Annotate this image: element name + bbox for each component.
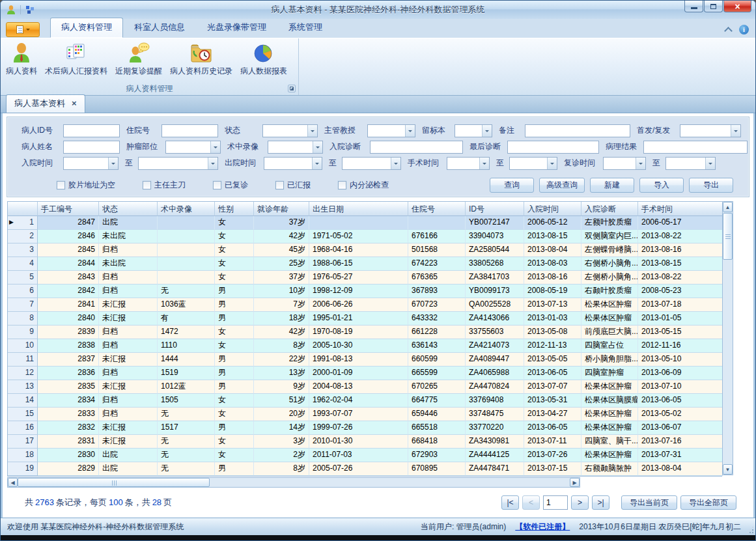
table-row[interactable]: 82840未汇报有男18岁1995-01-21643332ZA414306620…	[8, 312, 722, 326]
new-button[interactable]: 新建	[590, 178, 634, 193]
table-row[interactable]: 52843归档女37岁1976-05-27676365ZA38417032013…	[8, 271, 722, 284]
checkbox-reported[interactable]: 已汇报	[275, 180, 311, 191]
checkbox-film-address-empty[interactable]: 胶片地址为空	[57, 180, 115, 191]
export-all-pages-button[interactable]: 导出全部页	[680, 495, 736, 510]
scroll-down-icon[interactable]: ▼	[723, 464, 733, 475]
postop-report-button[interactable]: 术后病人汇报资料	[41, 40, 111, 83]
column-header[interactable]: 入院时间	[524, 202, 581, 216]
ribbon-tab-disc-video[interactable]: 光盘录像带管理	[196, 18, 277, 38]
professor-combo[interactable]	[367, 124, 415, 137]
admission-time-from-combo[interactable]	[63, 157, 119, 170]
minimize-button[interactable]	[684, 1, 703, 12]
app-logo-person-icon[interactable]	[6, 5, 16, 15]
advanced-query-button[interactable]: 高级查询	[539, 178, 585, 193]
table-row[interactable]: 92839归档1472女42岁1970-08-19661228337556032…	[8, 326, 722, 339]
table-row[interactable]: 32845归档女45岁1968-04-16501568ZA25805442013…	[8, 243, 722, 257]
specimen-combo[interactable]	[455, 124, 492, 137]
scroll-left-icon[interactable]: ◀	[8, 478, 18, 487]
export-button[interactable]: 导出	[689, 178, 733, 193]
patient-data-button[interactable]: 病人资料	[2, 40, 41, 83]
revisit-reminder-button[interactable]: 近期复诊提醒	[111, 40, 166, 83]
vertical-scrollbar[interactable]: ▲ ▼	[722, 201, 733, 475]
discharge-time-from-combo[interactable]	[264, 157, 322, 170]
table-row[interactable]: 152833归档无女20岁1993-07-0765944633748475201…	[8, 408, 722, 421]
column-header[interactable]: ID号	[466, 202, 524, 216]
checkbox-icon[interactable]	[143, 181, 151, 189]
dialog-launcher-icon[interactable]	[288, 85, 296, 92]
chevron-down-icon[interactable]	[307, 125, 317, 137]
prev-page-button[interactable]: <	[522, 495, 540, 510]
admission-diag-input[interactable]	[370, 141, 463, 154]
registered-link[interactable]: 【软件已注册】	[515, 521, 570, 533]
checkbox-icon[interactable]	[338, 181, 346, 189]
quick-access-grid-icon[interactable]	[25, 5, 35, 15]
import-button[interactable]: 导入	[639, 178, 684, 193]
chevron-down-icon[interactable]	[705, 158, 715, 169]
table-row[interactable]: 172831未汇报无女3岁2010-01-30668418ZA343098120…	[8, 435, 722, 449]
table-row[interactable]: 102838归档1110女8岁2005-10-30636143ZA4214073…	[8, 339, 722, 353]
table-row[interactable]: 142834归档1505女51岁1962-02-0466477533769408…	[8, 394, 722, 408]
chevron-down-icon[interactable]	[208, 158, 217, 169]
chevron-down-icon[interactable]	[731, 125, 740, 137]
vertical-scroll-thumb[interactable]	[723, 213, 733, 260]
table-row[interactable]: 22846未出院女42岁1971-05-02676166339040732013…	[8, 230, 722, 243]
column-header[interactable]: 入院诊断	[581, 202, 638, 216]
page-number-input[interactable]	[543, 495, 568, 510]
first-recur-combo[interactable]	[680, 124, 741, 137]
discharge-time-to-combo[interactable]	[342, 157, 401, 170]
table-row[interactable]: 182830出院无女2岁2011-07-03672903ZA4444125201…	[8, 449, 722, 462]
checkbox-chief-surgeon[interactable]: 主任主刀	[143, 180, 186, 191]
chevron-down-icon[interactable]	[313, 141, 322, 153]
chevron-down-icon[interactable]	[391, 158, 400, 169]
column-header[interactable]: 手工编号	[38, 202, 99, 216]
last-page-button[interactable]: >|	[592, 495, 609, 510]
checkbox-icon[interactable]	[57, 181, 65, 189]
first-page-button[interactable]: |<	[501, 495, 519, 510]
column-header[interactable]: 性别	[215, 202, 254, 216]
tab-patient-basic-info[interactable]: 病人基本资料 ×	[6, 94, 85, 113]
chevron-down-icon[interactable]	[312, 158, 322, 169]
next-page-button[interactable]: >	[571, 495, 589, 510]
resize-grip[interactable]	[747, 527, 753, 533]
revisit-time-from-combo[interactable]	[603, 157, 646, 170]
table-row[interactable]: 132835未汇报1012蓝男9岁2004-08-13670265ZA44708…	[8, 380, 722, 394]
column-header[interactable]: 住院号	[408, 202, 466, 216]
pathology-result-input[interactable]	[643, 141, 748, 154]
ribbon-tab-department-staff[interactable]: 科室人员信息	[123, 18, 196, 38]
ribbon-tab-patient-management[interactable]: 病人资料管理	[50, 18, 123, 38]
final-diag-input[interactable]	[507, 141, 599, 154]
table-row[interactable]: 72841未汇报1036蓝男7岁2006-06-26670723QA002552…	[8, 298, 722, 312]
scroll-up-icon[interactable]: ▲	[723, 202, 733, 212]
hospital-no-input[interactable]	[161, 124, 218, 137]
table-row[interactable]: 112837未汇报1444男22岁1991-08-13660599ZA40894…	[8, 353, 722, 367]
column-header[interactable]: 状态	[99, 202, 158, 216]
query-button[interactable]: 查询	[490, 178, 534, 193]
table-row[interactable]: ▶12847出院女37岁YB00721472006-05-12左额叶胶质瘤200…	[8, 216, 722, 230]
chevron-down-icon[interactable]	[210, 141, 220, 153]
application-menu-button[interactable]	[6, 22, 40, 37]
column-header[interactable]: 手术时间	[638, 202, 723, 216]
table-row[interactable]: 42844未出院女25岁1988-06-15674223338052682013…	[8, 257, 722, 271]
titlebar[interactable]: 病人基本资料 - 某某医院神经外科-神经外科数据管理系统 ×	[1, 1, 755, 19]
patient-report-chart-button[interactable]: 病人数据报表	[236, 40, 291, 83]
chevron-down-icon[interactable]	[405, 125, 415, 137]
horizontal-scrollbar[interactable]: ◀ ▶	[7, 477, 580, 488]
column-header[interactable]: 术中录像	[158, 202, 215, 216]
surgery-video-combo[interactable]	[268, 141, 323, 154]
column-header[interactable]: 就诊年龄	[254, 202, 309, 216]
surgery-time-to-combo[interactable]	[509, 157, 557, 170]
collapse-ribbon-icon[interactable]	[724, 27, 733, 35]
table-row[interactable]: 192829出院无男8岁2005-07-26670895ZA4478471201…	[8, 462, 722, 476]
checkbox-icon[interactable]	[275, 181, 284, 189]
revisit-time-to-combo[interactable]	[665, 157, 716, 170]
patient-id-input[interactable]	[63, 124, 120, 137]
surgery-time-from-combo[interactable]	[447, 157, 490, 170]
status-combo[interactable]	[262, 124, 318, 137]
tumor-site-combo[interactable]	[165, 141, 221, 154]
info-icon[interactable]: i	[739, 25, 749, 35]
column-header[interactable]: 出生日期	[309, 202, 408, 216]
chevron-down-icon[interactable]	[108, 158, 118, 169]
checkbox-endocrine-exam[interactable]: 内分泌检查	[338, 180, 389, 191]
ribbon-tab-system[interactable]: 系统管理	[277, 18, 333, 38]
chevron-down-icon[interactable]	[547, 158, 557, 169]
